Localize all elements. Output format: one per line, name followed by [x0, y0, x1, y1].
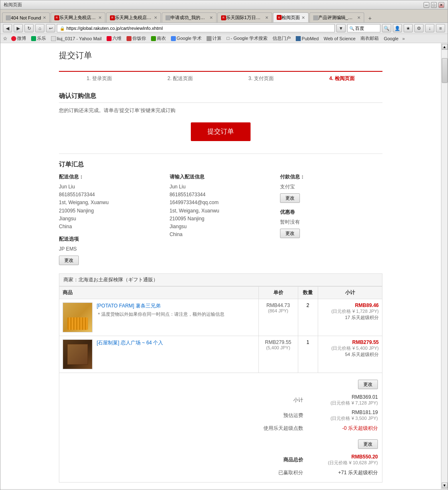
close-button[interactable]: ✕ — [438, 2, 444, 8]
address-bar-area: ◀ ▶ ↻ ⌂ ↩ 🔒 https://global.rakuten.co.jp… — [0, 23, 448, 34]
bookmark-mail[interactable]: 南衣邮箱 — [359, 35, 380, 42]
tab-close-rakuten3[interactable]: ✕ — [265, 15, 268, 20]
tab-close-rakuten1[interactable]: ✕ — [98, 15, 102, 20]
address-input[interactable]: 🔒 https://global.rakuten.co.jp/cart/revi… — [57, 24, 335, 32]
tab-close-404[interactable]: ✕ — [43, 15, 46, 20]
totals-row-shipping: 预估运费 RMB181.19 (日元价格 ¥ 3,500 JPY) — [63, 408, 378, 423]
bookmark-weibo[interactable]: 微博 — [10, 35, 27, 42]
bookmarks-bar: ☆ 微博 乐乐 liuj_0317 - Yahoo Mail 六维 你饭你 南衣… — [0, 34, 448, 43]
tab-close-review[interactable]: ✕ — [302, 15, 305, 20]
subtotal-rmb-2: RMB279.55 — [321, 339, 379, 345]
search-engine-label: 百度 — [355, 25, 364, 32]
home-button[interactable]: ⌂ — [35, 24, 44, 32]
step-1: 1. 登录页面 — [59, 75, 140, 82]
submit-order-button[interactable]: 提交订单 — [191, 122, 251, 141]
bookmark-google2[interactable]: Google — [382, 36, 399, 41]
maximize-button[interactable]: □ — [431, 2, 437, 8]
delivery-addr3: Jiangsu — [170, 223, 272, 231]
tab-apply[interactable]: 申请成功_我的众测… ✕ — [162, 12, 217, 22]
shipping-jpy: (日元价格 ¥ 3,500 JPY) — [331, 416, 378, 421]
bookmark-info[interactable]: 信息门户 — [271, 35, 292, 42]
bookmark-liuhe[interactable]: 六维 — [105, 35, 123, 42]
lock-icon: 🔒 — [60, 26, 65, 31]
summary-section: 订单汇总 配送信息： Jun Liu 8618551673344 1st, We… — [59, 161, 382, 483]
totals-change-button-2[interactable]: 更改 — [358, 439, 378, 449]
bookmark-label-google2: Google — [384, 36, 398, 41]
bookmark-icon-google — [171, 36, 176, 41]
minimize-button[interactable]: ─ — [424, 2, 429, 8]
confirm-title: 确认订购信息 — [59, 92, 382, 103]
bookmark-calculator[interactable]: 计算 — [205, 35, 223, 42]
tab-rakuten2[interactable]: R 乐天网上免税店-亚洲篇… ✕ — [106, 12, 161, 22]
page-title: 提交订单 — [59, 50, 382, 64]
scroll-down-button[interactable]: ▼ — [442, 483, 448, 488]
user-button[interactable]: 👤 — [393, 24, 402, 32]
back2-button[interactable]: ↩ — [46, 24, 55, 32]
tab-rakuten1[interactable]: R 乐天网上免税店-亚洲篇… ✕ — [51, 12, 105, 22]
shipping-change-button[interactable]: 更改 — [59, 256, 79, 265]
scroll-thumb[interactable] — [442, 58, 448, 83]
product-name-2[interactable]: [石屋制菓] 恋人广场 ~ 64 个入 — [97, 340, 163, 346]
bookmark-google-scholar-search[interactable]: □ - Google 学术搜索 — [225, 35, 269, 42]
bookmark-nanyi[interactable]: 南衣 — [150, 35, 167, 42]
tab-icon-rakuten2: R — [110, 15, 115, 20]
tab-review[interactable]: R 检阅页面 ✕ — [273, 12, 309, 22]
subtotal-jpy-1: (日元价格 ¥ 1,728 JPY) — [321, 308, 379, 314]
payment-change-button[interactable]: 更改 — [280, 193, 300, 203]
tab-product[interactable]: 产品评测编辑_消费者… ✕ — [309, 12, 364, 22]
address-text: https://global.rakuten.co.jp/cart/review… — [66, 26, 163, 31]
search-icon: 🔍 — [349, 26, 354, 31]
bookmark-lele[interactable]: 乐乐 — [30, 35, 47, 42]
download-button[interactable]: ↓ — [425, 24, 434, 32]
scrollbar[interactable]: ▲ ▼ — [441, 43, 448, 489]
order-notice: 您的订购还未完成。请单击'提交订单'按键来完成订购 — [59, 107, 382, 114]
scroll-track[interactable] — [442, 50, 448, 483]
search-go-button[interactable]: 🔍 — [382, 24, 391, 32]
step-3-label: 3. 支付页面 — [248, 76, 274, 81]
qty-cell-2: 1 — [298, 336, 318, 373]
address-go-button[interactable]: ▼ — [336, 24, 346, 32]
search-input[interactable]: 🔍 百度 — [347, 24, 380, 32]
shipping-label: 预估运费 — [262, 412, 303, 419]
tab-icon-rakuten3: R — [221, 15, 226, 20]
order-totals: 更改 小计 RMB369.01 (日元价格 ¥ 7,128 JPY) 预估运费 — [59, 373, 382, 483]
coupon-change-button[interactable]: 更改 — [280, 229, 300, 238]
step-3: 3. 支付页面 — [221, 75, 302, 82]
reload-button[interactable]: ↻ — [24, 24, 34, 32]
totals-change-btn-container: 更改 — [63, 377, 378, 389]
bookmark-label-calc: 计算 — [212, 35, 222, 41]
tab-close-apply[interactable]: ✕ — [209, 15, 213, 20]
tab-label-review: 检阅页面 — [282, 15, 300, 21]
price-rmb-2: RMB279.55 — [262, 339, 295, 345]
tab-rakuten3[interactable]: R 乐天国际1万日元优… ✕ — [217, 12, 272, 22]
bookmark-nifan[interactable]: 你饭你 — [125, 35, 147, 42]
menu-button[interactable]: ≡ — [436, 24, 445, 32]
totals-change-button[interactable]: 更改 — [358, 380, 378, 389]
bookmark-pubmed[interactable]: PubMed — [295, 36, 320, 41]
scroll-up-button[interactable]: ▲ — [442, 44, 448, 50]
step-2-label: 2. 配送页面 — [168, 76, 193, 81]
new-tab-button[interactable]: + — [365, 14, 375, 22]
bookmark-webofscience[interactable]: Web of Science — [322, 36, 357, 41]
tab-close-product[interactable]: ✕ — [357, 15, 360, 20]
bookmark-label-mail: 南衣邮箱 — [360, 35, 379, 41]
forward-button[interactable]: ▶ — [14, 24, 23, 32]
tools-button[interactable]: ⚙ — [414, 24, 424, 32]
shipping-name: Jun Liu — [59, 183, 161, 191]
tab-404[interactable]: 404 Not Found ✕ — [2, 12, 50, 22]
tab-close-rakuten2[interactable]: ✕ — [154, 15, 157, 20]
favorites-button[interactable]: ★ — [404, 24, 413, 32]
bookmark-google-scholar[interactable]: Google 学术 — [170, 35, 203, 42]
confirm-section: 确认订购信息 您的订购还未完成。请单击'提交订单'按键来完成订购 提交订单 — [59, 92, 382, 141]
bookmark-user[interactable]: liuj_0317 - Yahoo Mail — [50, 36, 103, 41]
back-button[interactable]: ◀ — [3, 24, 12, 32]
step-1-label: 1. 登录页面 — [87, 76, 112, 81]
product-name-1[interactable]: [POTATO FARM] 薯条三兄弟 — [97, 303, 161, 309]
shipping-info-col: 配送信息： Jun Liu 8618551673344 1st, Weigang… — [59, 173, 161, 265]
bookmark-more[interactable]: » — [402, 36, 405, 41]
shipping-info-content: Jun Liu 8618551673344 1st, Weigang, Xuan… — [59, 183, 161, 231]
subtotal-cell-1: RMB89.46 (日元价格 ¥ 1,728 JPY) 17 乐天超级积分 — [318, 299, 382, 336]
product-cell-1: [POTATO FARM] 薯条三兄弟 ＊温度货物以外如果你在同一时间点：请注意… — [59, 299, 259, 336]
points-2: 54 乐天超级积分 — [321, 351, 379, 358]
price-cell-1: RMB44.73 (864 JPY) — [258, 299, 298, 336]
